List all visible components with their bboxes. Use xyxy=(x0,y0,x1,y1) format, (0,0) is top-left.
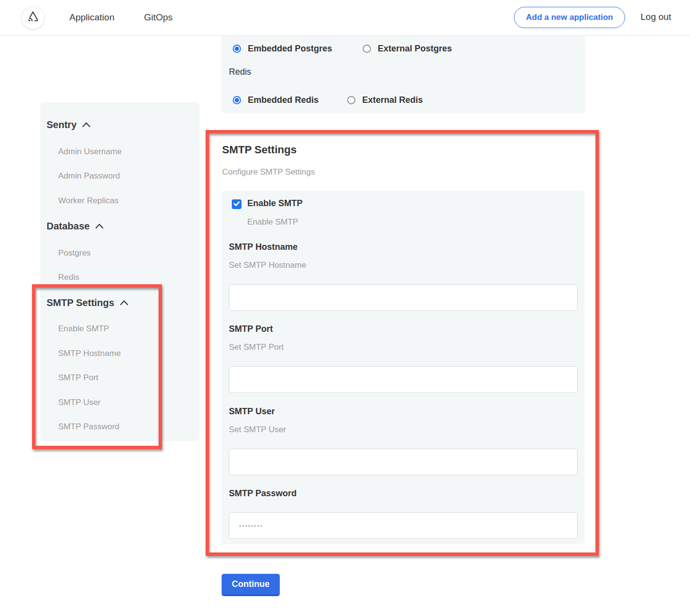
smtp-user-help: Set SMTP User xyxy=(229,425,286,435)
smtp-hostname-help: Set SMTP Hostname xyxy=(229,260,306,270)
sidebar-item-smtp-hostname[interactable]: SMTP Hostname xyxy=(58,349,121,358)
sidebar-item-admin-password[interactable]: Admin Password xyxy=(58,171,120,181)
chevron-up-icon xyxy=(95,221,104,232)
enable-smtp-help: Enable SMTP xyxy=(247,217,298,227)
smtp-settings-subtitle: Configure SMTP Settings xyxy=(222,167,315,177)
smtp-password-input[interactable] xyxy=(229,512,578,539)
logout-link[interactable]: Log out xyxy=(641,12,671,22)
add-new-application-button[interactable]: Add a new application xyxy=(514,7,625,28)
chevron-up-icon xyxy=(119,297,129,308)
smtp-port-label: SMTP Port xyxy=(229,324,273,334)
radio-selected-icon xyxy=(233,45,241,53)
sidebar-item-admin-username[interactable]: Admin Username xyxy=(58,147,122,157)
top-nav-bar: Application GitOps Add a new application… xyxy=(0,0,690,36)
sidebar-group-database[interactable]: Database xyxy=(47,221,104,232)
enable-smtp-checkbox[interactable] xyxy=(232,199,241,209)
nav-application[interactable]: Application xyxy=(69,12,114,23)
smtp-user-label: SMTP User xyxy=(229,406,275,417)
sidebar-group-smtp-settings[interactable]: SMTP Settings xyxy=(47,297,129,308)
radio-unselected-icon xyxy=(363,45,371,53)
radio-external-postgres[interactable]: External Postgres xyxy=(363,44,452,54)
smtp-hostname-input[interactable] xyxy=(229,284,578,311)
app-logo[interactable] xyxy=(21,6,45,30)
checkmark-icon xyxy=(233,200,240,209)
radio-external-redis[interactable]: External Redis xyxy=(347,95,423,105)
sidebar-item-postgres[interactable]: Postgres xyxy=(58,248,91,258)
radio-selected-icon xyxy=(233,96,241,104)
sentry-logo-icon xyxy=(26,10,40,26)
sidebar-group-label: Sentry xyxy=(47,119,77,130)
database-config-panel: Embedded Postgres External Postgres Redi… xyxy=(221,36,585,113)
smtp-user-input[interactable] xyxy=(229,449,578,475)
page: Application GitOps Add a new application… xyxy=(0,0,690,616)
radio-label: Embedded Postgres xyxy=(248,44,332,54)
sidebar-item-redis[interactable]: Redis xyxy=(58,273,79,282)
enable-smtp-label[interactable]: Enable SMTP xyxy=(247,198,303,209)
chevron-up-icon xyxy=(81,119,91,130)
smtp-password-label: SMTP Password xyxy=(229,488,297,499)
radio-label: External Redis xyxy=(362,95,423,105)
redis-group-heading: Redis xyxy=(229,67,251,77)
sidebar-group-label: SMTP Settings xyxy=(47,297,114,308)
smtp-port-input[interactable] xyxy=(229,366,578,393)
radio-label: External Postgres xyxy=(378,44,452,54)
sidebar-item-smtp-user[interactable]: SMTP User xyxy=(58,398,101,407)
sidebar-item-enable-smtp[interactable]: Enable SMTP xyxy=(58,324,109,334)
smtp-hostname-label: SMTP Hostname xyxy=(229,242,298,252)
radio-embedded-redis[interactable]: Embedded Redis xyxy=(233,95,319,105)
smtp-port-help: Set SMTP Port xyxy=(229,342,284,352)
sidebar-item-smtp-port[interactable]: SMTP Port xyxy=(58,373,98,383)
nav-gitops[interactable]: GitOps xyxy=(144,12,173,23)
sidebar-group-label: Database xyxy=(47,221,90,232)
smtp-settings-title: SMTP Settings xyxy=(222,144,297,156)
radio-unselected-icon xyxy=(347,96,355,104)
sidebar-group-sentry[interactable]: Sentry xyxy=(47,119,91,130)
radio-label: Embedded Redis xyxy=(248,95,319,105)
sidebar-item-worker-replicas[interactable]: Worker Replicas xyxy=(58,196,118,206)
radio-embedded-postgres[interactable]: Embedded Postgres xyxy=(233,44,332,54)
continue-button[interactable]: Continue xyxy=(222,574,280,596)
sidebar-item-smtp-password[interactable]: SMTP Password xyxy=(58,422,119,432)
